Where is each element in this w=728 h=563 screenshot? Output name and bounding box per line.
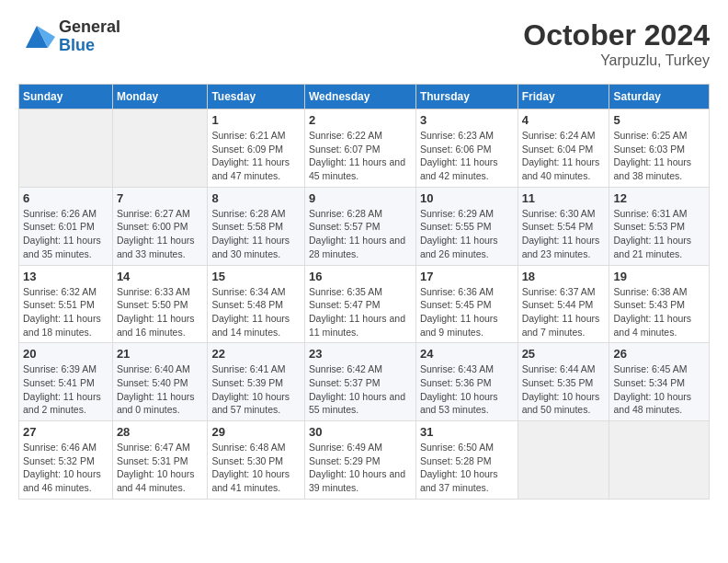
calendar-cell: 11Sunrise: 6:30 AM Sunset: 5:54 PM Dayli… (518, 187, 609, 265)
calendar-cell: 15Sunrise: 6:34 AM Sunset: 5:48 PM Dayli… (208, 265, 305, 343)
calendar-week-row: 27Sunrise: 6:46 AM Sunset: 5:32 PM Dayli… (19, 421, 710, 500)
calendar-week-row: 6Sunrise: 6:26 AM Sunset: 6:01 PM Daylig… (19, 187, 710, 265)
calendar-week-row: 1Sunrise: 6:21 AM Sunset: 6:09 PM Daylig… (19, 109, 710, 188)
calendar-cell: 29Sunrise: 6:48 AM Sunset: 5:30 PM Dayli… (208, 421, 305, 500)
calendar-cell: 26Sunrise: 6:45 AM Sunset: 5:34 PM Dayli… (609, 343, 710, 421)
day-number: 29 (211, 425, 301, 439)
cell-content: Sunrise: 6:45 AM Sunset: 5:34 PM Dayligh… (613, 362, 705, 417)
day-number: 5 (613, 113, 705, 127)
day-number: 31 (420, 425, 514, 439)
day-number: 10 (420, 191, 514, 205)
calendar-cell: 5Sunrise: 6:25 AM Sunset: 6:03 PM Daylig… (609, 109, 710, 188)
cell-content: Sunrise: 6:49 AM Sunset: 5:29 PM Dayligh… (309, 441, 412, 495)
calendar-week-row: 20Sunrise: 6:39 AM Sunset: 5:41 PM Dayli… (19, 343, 710, 421)
day-number: 6 (23, 191, 108, 205)
cell-content: Sunrise: 6:39 AM Sunset: 5:41 PM Dayligh… (23, 362, 108, 417)
day-number: 25 (522, 347, 606, 361)
cell-content: Sunrise: 6:38 AM Sunset: 5:43 PM Dayligh… (613, 285, 705, 339)
calendar-cell: 24Sunrise: 6:43 AM Sunset: 5:36 PM Dayli… (415, 343, 518, 421)
calendar-cell: 3Sunrise: 6:23 AM Sunset: 6:06 PM Daylig… (415, 109, 518, 188)
day-number: 24 (420, 347, 514, 361)
calendar-table: SundayMondayTuesdayWednesdayThursdayFrid… (18, 84, 710, 500)
day-number: 13 (23, 270, 108, 283)
page-title: October 2024 (523, 18, 710, 52)
calendar-cell: 14Sunrise: 6:33 AM Sunset: 5:50 PM Dayli… (112, 265, 208, 343)
cell-content: Sunrise: 6:28 AM Sunset: 5:57 PM Dayligh… (309, 207, 412, 261)
cell-content: Sunrise: 6:31 AM Sunset: 5:53 PM Dayligh… (613, 207, 705, 261)
calendar-cell: 19Sunrise: 6:38 AM Sunset: 5:43 PM Dayli… (609, 265, 710, 343)
day-number: 1 (211, 113, 301, 127)
calendar-cell: 21Sunrise: 6:40 AM Sunset: 5:40 PM Dayli… (112, 343, 208, 421)
column-header-friday: Friday (518, 85, 609, 109)
cell-content: Sunrise: 6:26 AM Sunset: 6:01 PM Dayligh… (23, 207, 108, 261)
logo: General Blue (18, 18, 120, 55)
logo-text: General Blue (59, 18, 120, 55)
cell-content: Sunrise: 6:25 AM Sunset: 6:03 PM Dayligh… (613, 129, 705, 183)
calendar-cell: 4Sunrise: 6:24 AM Sunset: 6:04 PM Daylig… (518, 109, 609, 188)
cell-content: Sunrise: 6:33 AM Sunset: 5:50 PM Dayligh… (117, 285, 204, 339)
calendar-cell (19, 109, 113, 188)
logo-blue: Blue (59, 37, 120, 55)
day-number: 18 (522, 270, 606, 283)
calendar-week-row: 13Sunrise: 6:32 AM Sunset: 5:51 PM Dayli… (19, 265, 710, 343)
cell-content: Sunrise: 6:23 AM Sunset: 6:06 PM Dayligh… (420, 129, 514, 183)
day-number: 19 (613, 270, 705, 283)
day-number: 21 (117, 347, 204, 361)
cell-content: Sunrise: 6:28 AM Sunset: 5:58 PM Dayligh… (211, 207, 301, 261)
day-number: 16 (309, 270, 412, 283)
day-number: 26 (613, 347, 705, 361)
calendar-cell (112, 109, 208, 188)
calendar-cell: 6Sunrise: 6:26 AM Sunset: 6:01 PM Daylig… (19, 187, 113, 265)
day-number: 14 (117, 270, 204, 283)
column-header-sunday: Sunday (19, 85, 113, 109)
column-header-wednesday: Wednesday (304, 85, 415, 109)
cell-content: Sunrise: 6:24 AM Sunset: 6:04 PM Dayligh… (522, 129, 606, 183)
day-number: 3 (420, 113, 514, 127)
title-block: October 2024 Yarpuzlu, Turkey (523, 18, 710, 69)
calendar-cell: 16Sunrise: 6:35 AM Sunset: 5:47 PM Dayli… (304, 265, 415, 343)
calendar-cell: 28Sunrise: 6:47 AM Sunset: 5:31 PM Dayli… (112, 421, 208, 500)
calendar-cell: 22Sunrise: 6:41 AM Sunset: 5:39 PM Dayli… (208, 343, 305, 421)
cell-content: Sunrise: 6:44 AM Sunset: 5:35 PM Dayligh… (522, 362, 606, 417)
cell-content: Sunrise: 6:22 AM Sunset: 6:07 PM Dayligh… (309, 129, 412, 183)
column-header-tuesday: Tuesday (208, 85, 305, 109)
day-number: 27 (23, 425, 108, 439)
cell-content: Sunrise: 6:27 AM Sunset: 6:00 PM Dayligh… (117, 207, 204, 261)
page-subtitle: Yarpuzlu, Turkey (523, 52, 710, 69)
day-number: 9 (309, 191, 412, 205)
cell-content: Sunrise: 6:30 AM Sunset: 5:54 PM Dayligh… (522, 207, 606, 261)
logo-icon (18, 18, 55, 55)
calendar-header-row: SundayMondayTuesdayWednesdayThursdayFrid… (19, 85, 710, 109)
calendar-cell: 8Sunrise: 6:28 AM Sunset: 5:58 PM Daylig… (208, 187, 305, 265)
calendar-cell: 13Sunrise: 6:32 AM Sunset: 5:51 PM Dayli… (19, 265, 113, 343)
day-number: 22 (211, 347, 301, 361)
cell-content: Sunrise: 6:32 AM Sunset: 5:51 PM Dayligh… (23, 285, 108, 339)
cell-content: Sunrise: 6:41 AM Sunset: 5:39 PM Dayligh… (211, 362, 301, 417)
calendar-cell: 7Sunrise: 6:27 AM Sunset: 6:00 PM Daylig… (112, 187, 208, 265)
cell-content: Sunrise: 6:48 AM Sunset: 5:30 PM Dayligh… (211, 441, 301, 495)
calendar-cell (609, 421, 710, 500)
cell-content: Sunrise: 6:34 AM Sunset: 5:48 PM Dayligh… (211, 285, 301, 339)
day-number: 11 (522, 191, 606, 205)
cell-content: Sunrise: 6:50 AM Sunset: 5:28 PM Dayligh… (420, 441, 514, 495)
cell-content: Sunrise: 6:42 AM Sunset: 5:37 PM Dayligh… (309, 362, 412, 417)
calendar-cell (518, 421, 609, 500)
calendar-cell: 17Sunrise: 6:36 AM Sunset: 5:45 PM Dayli… (415, 265, 518, 343)
cell-content: Sunrise: 6:29 AM Sunset: 5:55 PM Dayligh… (420, 207, 514, 261)
day-number: 23 (309, 347, 412, 361)
calendar-cell: 25Sunrise: 6:44 AM Sunset: 5:35 PM Dayli… (518, 343, 609, 421)
calendar-cell: 12Sunrise: 6:31 AM Sunset: 5:53 PM Dayli… (609, 187, 710, 265)
cell-content: Sunrise: 6:46 AM Sunset: 5:32 PM Dayligh… (23, 441, 108, 495)
day-number: 15 (211, 270, 301, 283)
calendar-cell: 2Sunrise: 6:22 AM Sunset: 6:07 PM Daylig… (304, 109, 415, 188)
calendar-cell: 27Sunrise: 6:46 AM Sunset: 5:32 PM Dayli… (19, 421, 113, 500)
cell-content: Sunrise: 6:47 AM Sunset: 5:31 PM Dayligh… (117, 441, 204, 495)
column-header-monday: Monday (112, 85, 208, 109)
day-number: 20 (23, 347, 108, 361)
calendar-cell: 1Sunrise: 6:21 AM Sunset: 6:09 PM Daylig… (208, 109, 305, 188)
day-number: 30 (309, 425, 412, 439)
calendar-cell: 31Sunrise: 6:50 AM Sunset: 5:28 PM Dayli… (415, 421, 518, 500)
day-number: 2 (309, 113, 412, 127)
calendar-cell: 18Sunrise: 6:37 AM Sunset: 5:44 PM Dayli… (518, 265, 609, 343)
column-header-thursday: Thursday (415, 85, 518, 109)
